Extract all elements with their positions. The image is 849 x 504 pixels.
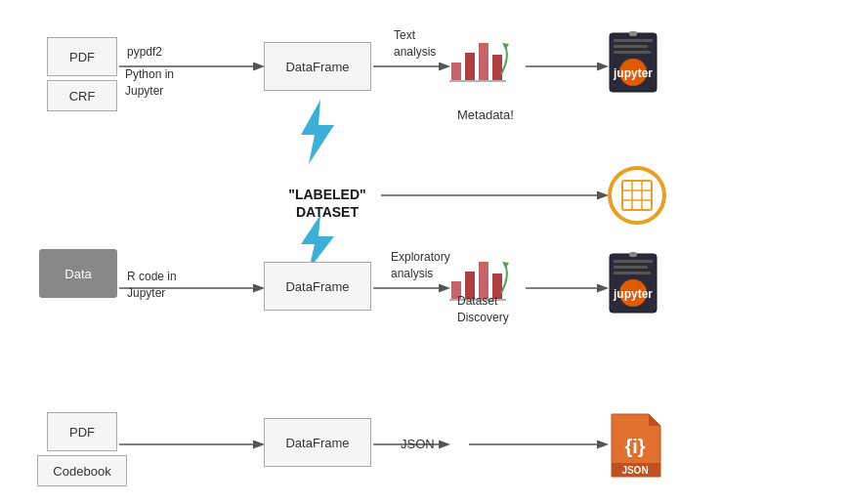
jupyter-icon-1: jupyter [608,31,658,92]
svg-rect-25 [622,181,652,210]
svg-rect-39 [614,272,651,274]
dataset-discovery-label: DatasetDiscovery [457,293,509,326]
svg-text:jupyter: jupyter [613,287,653,301]
svg-rect-11 [465,53,475,80]
labeled-dataset-label: "LABELED"DATASET [264,186,391,221]
codebook-box: Codebook [37,455,127,486]
pdf-label-top: PDF [69,50,95,64]
dataframe-top-label: DataFrame [285,60,349,74]
r-code-jupyter-label: R code inJupyter [127,269,177,302]
svg-rect-38 [614,266,648,269]
crf-label: CRF [69,89,96,104]
dataframe-top: DataFrame [264,42,371,91]
svg-rect-37 [614,260,653,263]
data-box: Data [39,249,117,298]
svg-text:{i}: {i} [624,436,645,457]
svg-rect-22 [629,31,637,36]
pdf-label-bottom: PDF [69,425,95,440]
svg-marker-23 [301,100,334,164]
svg-marker-15 [502,43,509,49]
orange-circle-icon [608,166,666,225]
svg-text:jupyter: jupyter [613,66,653,80]
svg-rect-17 [614,39,653,42]
dataframe-mid-label: DataFrame [285,279,349,294]
lightning-1 [291,98,340,169]
svg-rect-19 [614,51,651,54]
data-label: Data [64,267,91,281]
jupyter-icon-2: jupyter [608,252,658,313]
svg-rect-13 [492,55,502,80]
text-analysis-label: Textanalysis [394,27,436,61]
pdf-box-top: PDF [47,37,117,76]
python-jupyter-label: Python inJupyter [125,66,174,100]
svg-marker-35 [502,262,509,268]
svg-rect-18 [614,45,648,48]
metadata-label: Metadata! [457,107,514,124]
exploratory-analysis-label: Exploratoryanalysis [391,249,450,282]
dataframe-bottom: DataFrame [264,418,371,467]
svg-rect-12 [479,43,488,80]
pypdf2-label: pypdf2 [127,45,162,61]
codebook-label: Codebook [53,464,110,479]
dataframe-mid: DataFrame [264,262,371,311]
svg-rect-42 [629,252,637,257]
json-icon: {i} JSON [608,412,658,473]
chart-icon-1 [447,35,516,89]
json-text-label: JSON [401,437,435,453]
chart-svg-1 [447,35,516,89]
crf-box: CRF [47,80,117,111]
diagram: PDF CRF pypdf2 Python inJupyter DataFram… [0,0,849,504]
dataframe-bottom-label: DataFrame [285,436,349,450]
svg-text:JSON: JSON [621,465,648,476]
svg-rect-10 [451,63,461,80]
pdf-box-bottom: PDF [47,412,117,451]
